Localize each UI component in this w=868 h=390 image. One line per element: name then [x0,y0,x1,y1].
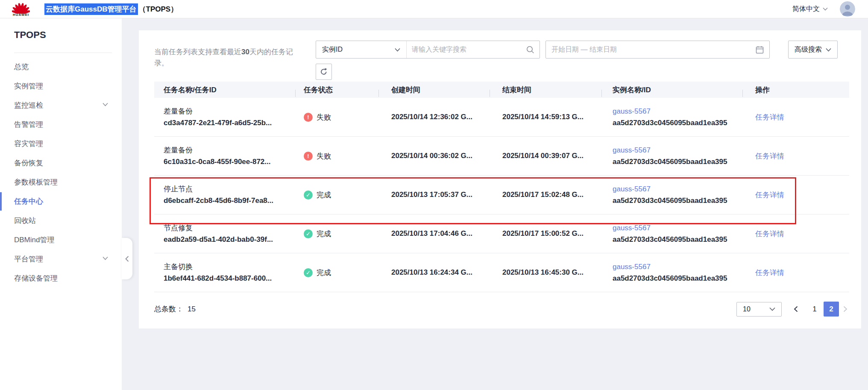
status-success-icon: ✓ [304,191,313,199]
sidebar-item-总览[interactable]: 总览 [0,57,122,76]
table-row: 节点修复eadb2a59-d5a1-402d-bab0-39f...✓完成202… [154,214,849,253]
status-text: 失败 [317,151,331,161]
language-switcher[interactable]: 简体中文 [792,5,828,14]
page-button-1[interactable]: 1 [808,305,821,314]
instance-cell: gauss-5567aa5d2703d3c0456095baad1ea395 [601,222,742,245]
refresh-icon [320,67,328,76]
sidebar-item-label: 平台管理 [14,255,43,263]
retention-info-text: 当前任务列表支持查看最近30天内的任务记录。 [154,47,299,69]
filter-field-select[interactable]: 实例ID [316,41,407,58]
column-header-6: 操作 [742,85,847,95]
sidebar-title: TPOPS [0,18,122,41]
action-cell: 任务详情 [742,151,847,161]
task-detail-link[interactable]: 任务详情 [755,152,784,160]
sidebar-item-label: 实例管理 [14,82,43,90]
page-size-select[interactable]: 10 [736,302,782,317]
sidebar-item-实例管理[interactable]: 实例管理 [0,76,122,96]
sidebar: TPOPS 总览实例管理监控巡检告警管理容灾管理备份恢复参数模板管理任务中心回收… [0,18,122,390]
pagination-bar: 总条数：15 10 12 [154,300,849,318]
keyword-search-input[interactable] [412,46,526,53]
status-text: 完成 [317,268,331,278]
sidebar-item-平台管理[interactable]: 平台管理 [0,249,122,269]
task-detail-link[interactable]: 任务详情 [755,113,784,121]
chevron-left-icon [794,306,798,312]
user-icon [840,1,855,17]
instance-name-link[interactable]: gauss-5567 [613,107,651,115]
instance-name-link[interactable]: gauss-5567 [613,185,651,193]
task-name-cell: 停止节点d6ebcaff-2cb8-45d6-8b9f-7ea8... [154,183,295,206]
task-table: 任务名称/任务ID任务状态创建时间结束时间实例名称/ID操作 差量备份cd3a4… [154,82,849,292]
search-icon[interactable] [526,46,534,54]
top-bar-right: 简体中文 [792,1,855,17]
instance-name-link[interactable]: gauss-5567 [613,224,651,232]
task-detail-link[interactable]: 任务详情 [755,269,784,277]
sidebar-item-容灾管理[interactable]: 容灾管理 [0,134,122,153]
created-time-cell: 2025/10/14 12:36:02 G... [378,113,490,121]
page-numbers: 12 [800,302,839,317]
sidebar-item-任务中心[interactable]: 任务中心 [0,192,122,211]
column-header-3: 创建时间 [378,85,490,95]
created-time: 2025/10/13 16:24:34 G... [391,268,472,276]
task-id: 1b6ef441-682d-4534-b887-600... [164,273,295,284]
task-id: d6ebcaff-2cb8-45d6-8b9f-7ea8... [164,195,295,206]
date-range-picker[interactable] [545,41,770,59]
status-text: 失败 [317,112,331,122]
sidebar-item-label: 容灾管理 [14,140,43,148]
chevron-down-icon [103,103,108,106]
instance-id: aa5d2703d3c0456095baad1ea395 [613,273,739,284]
app-title: 云数据库GaussDB管理平台 （TPOPS） [44,3,178,15]
advanced-search-button[interactable]: 高级搜索 [788,41,838,59]
page-button-2[interactable]: 2 [824,302,839,317]
calendar-icon [756,46,764,54]
column-header-4: 结束时间 [490,85,601,95]
keyword-search-wrap [407,41,540,58]
ended-time-cell: 2025/10/14 00:39:07 G... [490,152,601,160]
task-name: 停止节点 [164,183,295,195]
instance-name-link[interactable]: gauss-5567 [613,263,651,271]
ended-time: 2025/10/13 16:45:30 G... [502,268,584,276]
table-body: 差量备份cd3a4787-2e21-479f-a6d5-25b...!失败202… [154,98,849,292]
task-name: 差量备份 [164,144,295,156]
app-title-suffix: （TPOPS） [139,4,178,14]
table-row: 主备切换1b6ef441-682d-4534-b887-600...✓完成202… [154,253,849,292]
sidebar-item-label: 监控巡检 [14,101,43,109]
ended-time: 2025/10/14 00:39:07 G... [502,152,584,160]
previous-page-button[interactable] [792,306,800,312]
sidebar-item-DBMind管理[interactable]: DBMind管理 [0,230,122,249]
status-badge: ✓完成 [304,190,378,200]
task-detail-link[interactable]: 任务详情 [755,191,784,199]
chevron-down-icon [769,307,775,311]
sidebar-item-回收站[interactable]: 回收站 [0,211,122,230]
sidebar-item-存储设备管理[interactable]: 存储设备管理 [0,269,122,288]
chevron-left-icon [125,256,129,262]
instance-cell: gauss-5567aa5d2703d3c0456095baad1ea395 [601,261,742,284]
created-time-cell: 2025/10/13 16:24:34 G... [378,268,490,277]
refresh-button[interactable] [316,64,332,80]
status-badge: !失败 [304,151,378,161]
sidebar-item-label: 存储设备管理 [14,274,58,282]
user-avatar[interactable] [840,1,855,17]
search-combo: 实例ID [316,41,540,59]
sidebar-item-告警管理[interactable]: 告警管理 [0,115,122,134]
sidebar-item-备份恢复[interactable]: 备份恢复 [0,153,122,173]
instance-id: aa5d2703d3c0456095baad1ea395 [613,117,739,129]
task-name-cell: 主备切换1b6ef441-682d-4534-b887-600... [154,261,295,284]
sidebar-item-参数模板管理[interactable]: 参数模板管理 [0,173,122,192]
sidebar-collapse-handle[interactable] [122,238,132,279]
table-header-row: 任务名称/任务ID任务状态创建时间结束时间实例名称/ID操作 [154,82,849,98]
date-range-input[interactable] [551,46,756,53]
sidebar-item-监控巡检[interactable]: 监控巡检 [0,96,122,115]
next-page-button[interactable] [842,306,849,312]
chevron-down-icon [823,7,828,11]
top-bar: HUAWEI 云数据库GaussDB管理平台 （TPOPS） 简体中文 [0,0,868,18]
ended-time-cell: 2025/10/17 15:02:48 G... [490,191,601,199]
instance-name-link[interactable]: gauss-5567 [613,146,651,154]
status-badge: ✓完成 [304,229,378,239]
task-id: cd3a4787-2e21-479f-a6d5-25b... [164,117,295,129]
sidebar-item-label: 回收站 [14,217,36,225]
main-layout: TPOPS 总览实例管理监控巡检告警管理容灾管理备份恢复参数模板管理任务中心回收… [0,18,868,390]
created-time-cell: 2025/10/13 17:05:37 G... [378,191,490,199]
task-name: 差量备份 [164,106,295,117]
status-success-icon: ✓ [304,268,313,277]
task-detail-link[interactable]: 任务详情 [755,230,784,238]
